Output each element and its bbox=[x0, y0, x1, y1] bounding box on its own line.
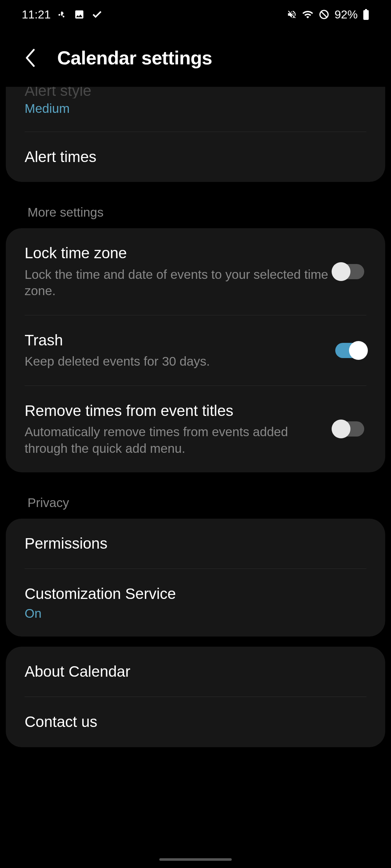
more-settings-header: More settings bbox=[6, 192, 385, 228]
image-icon bbox=[74, 9, 85, 20]
alert-times-title: Alert times bbox=[25, 148, 366, 166]
svg-rect-2 bbox=[363, 10, 369, 20]
slack-icon bbox=[57, 9, 67, 20]
privacy-section: Permissions Customization Service On bbox=[6, 519, 385, 637]
toggle-thumb bbox=[332, 420, 350, 438]
remove-times-title: Remove times from event titles bbox=[25, 402, 331, 420]
status-left: 11:21 bbox=[22, 8, 103, 21]
remove-times-item[interactable]: Remove times from event titles Automatic… bbox=[6, 386, 385, 472]
about-title: About Calendar bbox=[25, 663, 366, 681]
remove-times-subtitle: Automatically remove times from events a… bbox=[25, 424, 331, 456]
about-section: About Calendar Contact us bbox=[6, 647, 385, 747]
battery-percent: 92% bbox=[335, 8, 358, 21]
alert-style-value: Medium bbox=[25, 101, 366, 116]
back-button[interactable] bbox=[22, 49, 40, 67]
mute-icon bbox=[287, 9, 297, 20]
remove-times-toggle[interactable] bbox=[332, 419, 368, 439]
customization-value: On bbox=[25, 606, 366, 621]
svg-rect-3 bbox=[365, 9, 367, 10]
alert-times-item[interactable]: Alert times bbox=[6, 132, 385, 182]
battery-icon bbox=[363, 9, 369, 20]
more-settings-section: Lock time zone Lock the time and date of… bbox=[6, 228, 385, 472]
customization-title: Customization Service bbox=[25, 585, 366, 603]
alert-style-title: Alert style bbox=[25, 87, 366, 98]
permissions-title: Permissions bbox=[25, 535, 366, 553]
do-not-disturb-icon bbox=[319, 9, 329, 20]
lock-timezone-title: Lock time zone bbox=[25, 244, 331, 262]
wifi-icon bbox=[302, 9, 314, 20]
contact-item[interactable]: Contact us bbox=[6, 697, 385, 747]
checkmark-icon bbox=[91, 9, 103, 20]
header: Calendar settings bbox=[0, 29, 391, 87]
alerts-section: Alert style Medium Alert times bbox=[6, 87, 385, 182]
status-bar: 11:21 92% bbox=[0, 0, 391, 29]
trash-toggle[interactable] bbox=[332, 340, 368, 361]
alert-style-item[interactable]: Alert style Medium bbox=[6, 87, 385, 132]
content: Alert style Medium Alert times More sett… bbox=[0, 87, 391, 747]
nav-indicator[interactable] bbox=[159, 858, 232, 861]
contact-title: Contact us bbox=[25, 713, 366, 731]
status-time: 11:21 bbox=[22, 8, 51, 21]
trash-item[interactable]: Trash Keep deleted events for 30 days. bbox=[6, 315, 385, 386]
lock-timezone-item[interactable]: Lock time zone Lock the time and date of… bbox=[6, 228, 385, 315]
lock-timezone-subtitle: Lock the time and date of events to your… bbox=[25, 266, 331, 299]
trash-title: Trash bbox=[25, 331, 331, 349]
customization-item[interactable]: Customization Service On bbox=[6, 569, 385, 636]
status-right: 92% bbox=[287, 8, 369, 21]
svg-line-1 bbox=[321, 12, 327, 17]
lock-timezone-toggle[interactable] bbox=[332, 261, 368, 282]
toggle-thumb bbox=[349, 341, 368, 360]
permissions-item[interactable]: Permissions bbox=[6, 519, 385, 569]
trash-subtitle: Keep deleted events for 30 days. bbox=[25, 353, 331, 370]
about-item[interactable]: About Calendar bbox=[6, 647, 385, 697]
chevron-left-icon bbox=[24, 48, 37, 68]
privacy-header: Privacy bbox=[6, 482, 385, 519]
page-title: Calendar settings bbox=[57, 47, 212, 69]
toggle-thumb bbox=[332, 262, 350, 281]
